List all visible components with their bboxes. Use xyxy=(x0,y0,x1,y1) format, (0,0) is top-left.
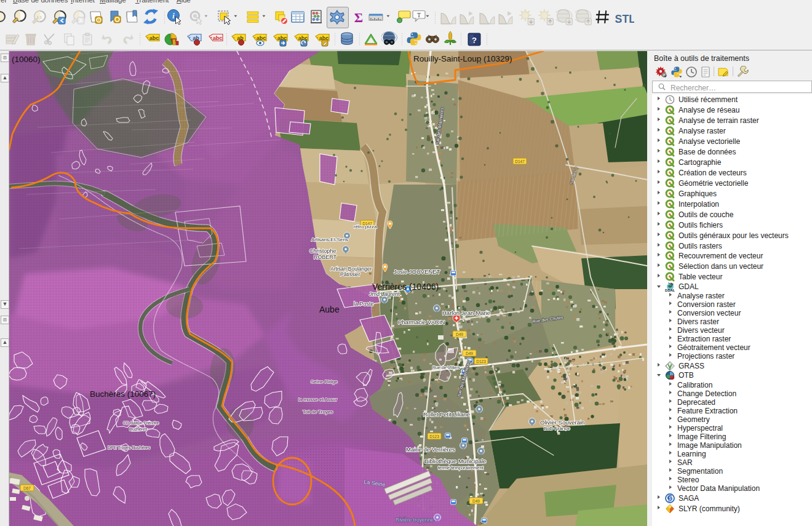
svg-text:Toil de Troyes: Toil de Troyes xyxy=(303,409,333,415)
svg-text:Josie JOUVENET: Josie JOUVENET xyxy=(394,268,440,275)
svg-text:D123: D123 xyxy=(429,434,439,439)
svg-text:Buchères: Buchères xyxy=(129,427,148,431)
svg-text:Rouilly-Saint-Loup (10329): Rouilly-Saint-Loup (10329) xyxy=(413,54,512,63)
svg-text:Seine Ridge: Seine Ridge xyxy=(311,379,338,385)
svg-text:Rue de Villiers: Rue de Villiers xyxy=(432,365,461,370)
svg-text:Aube: Aube xyxy=(319,305,340,314)
svg-text:STL: STL xyxy=(615,13,634,25)
svg-text:Rollet Petit Liliane: Rollet Petit Liliane xyxy=(423,411,470,418)
svg-text:Harlon Jean-Marie: Harlon Jean-Marie xyxy=(442,309,490,316)
svg-text:DPE Troyes-Buchères: DPE Troyes-Buchères xyxy=(108,445,151,450)
svg-text:Jmd Laurent: Jmd Laurent xyxy=(369,291,400,297)
svg-text:D49: D49 xyxy=(456,332,463,337)
svg-text:D147: D147 xyxy=(515,159,525,164)
svg-text:fermé temporairement: fermé temporairement xyxy=(438,465,484,471)
svg-text:Mairie de Verrières: Mairie de Verrières xyxy=(406,446,455,453)
svg-text:BoD France: BoD France xyxy=(544,426,570,431)
svg-text:GDAL: GDAL xyxy=(665,289,675,292)
svg-text:abc: abc xyxy=(257,35,266,41)
svg-text:Σ: Σ xyxy=(354,10,363,25)
svg-text:Christophe: Christophe xyxy=(309,248,336,254)
svg-text:Rivière troyenne: Rivière troyenne xyxy=(396,517,434,523)
svg-text:T: T xyxy=(417,12,421,18)
svg-text:1:1: 1:1 xyxy=(37,15,42,19)
svg-text:Pharmacie VARIN: Pharmacie VARIN xyxy=(398,319,445,325)
svg-text:D49: D49 xyxy=(466,351,473,356)
svg-text:D49: D49 xyxy=(472,499,480,503)
svg-text:(10060): (10060) xyxy=(12,55,41,64)
svg-text:D67: D67 xyxy=(23,486,31,490)
svg-text:rétro pizza: rétro pizza xyxy=(354,224,377,229)
svg-text:la Poste: la Poste xyxy=(354,301,374,307)
svg-text:Verrières (10406): Verrières (10406) xyxy=(372,282,439,292)
svg-text:D123: D123 xyxy=(476,359,486,364)
svg-text:Olivier Souverain: Olivier Souverain xyxy=(540,419,584,426)
svg-text:Artisans-Et-Sens: Artisans-Et-Sens xyxy=(311,237,348,242)
svg-text:Pâtissier: Pâtissier xyxy=(340,271,360,277)
svg-text:?: ? xyxy=(472,36,477,45)
svg-text:ROBERT: ROBERT xyxy=(314,254,337,260)
svg-text:CD Ballon Prendre: CD Ballon Prendre xyxy=(123,421,159,425)
svg-text:abc: abc xyxy=(149,35,159,41)
svg-text:Bibliothèque Municipale: Bibliothèque Municipale xyxy=(424,458,486,464)
svg-text:abc: abc xyxy=(213,35,223,41)
svg-text:Buchères (10067): Buchères (10067) xyxy=(90,389,156,399)
svg-text:la mosse et Assur: la mosse et Assur xyxy=(298,397,337,402)
